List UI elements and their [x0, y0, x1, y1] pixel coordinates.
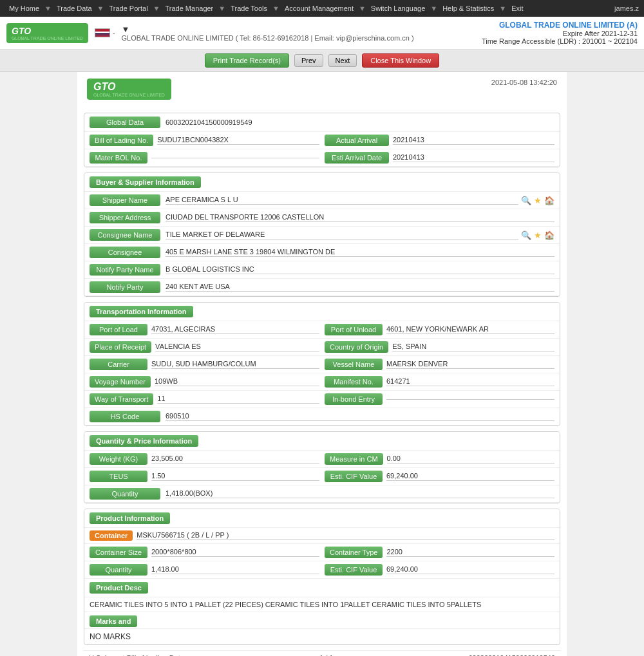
- teus-value: 1.50: [151, 472, 319, 481]
- buyer-supplier-section: Buyer & Supplier Information Shipper Nam…: [84, 173, 560, 297]
- weight-value: 23,505.00: [151, 455, 319, 464]
- bol-value: SUDU71BCN004382X: [157, 136, 319, 145]
- container-type-col: Container Type 2200: [325, 547, 554, 558]
- shipper-star-icon[interactable]: ★: [534, 196, 542, 205]
- flag-area: -: [95, 28, 115, 37]
- product-desc-section: CERAMIC TILES INTO 5 INTO 1 PALLET (22 P…: [84, 597, 560, 612]
- quantity-value: 1,418.00(BOX): [166, 489, 554, 498]
- vessel-col: Vessel Name MAERSK DENVER: [325, 359, 554, 370]
- product-qty-cif-row: Quantity 1,418.00 Esti. CIF Value 69,240…: [84, 561, 560, 579]
- transport-section: Transportation Information Port of Load …: [84, 302, 560, 426]
- notify-party-name-row: Notify Party Name B GLOBAL LOGISTICS INC: [84, 261, 560, 279]
- global-data-row: Global Data 6003202104150000919549: [84, 113, 560, 132]
- hs-code-row: HS Code 690510: [84, 408, 560, 426]
- shipper-search-icon[interactable]: 🔍: [521, 196, 531, 205]
- marks-label: Marks and: [90, 615, 137, 627]
- logo-sub: GLOBAL TRADE ONLINE LIMITED: [12, 36, 83, 41]
- teus-col: TEUS 1.50: [90, 471, 319, 482]
- user-info: james.z: [614, 5, 639, 12]
- consignee-search-icon[interactable]: 🔍: [521, 230, 531, 240]
- nav-switch-language[interactable]: Switch Language: [367, 3, 429, 14]
- shipper-home-icon[interactable]: 🏠: [544, 196, 554, 205]
- way-transport-label: Way of Transport: [90, 393, 153, 405]
- top-action-bar: Print Trade Record(s) Prev Next Close Th…: [0, 50, 644, 72]
- place-receipt-label: Place of Receipt: [90, 341, 151, 353]
- product-desc-header: Product Desc: [84, 579, 560, 597]
- next-button-top[interactable]: Next: [328, 54, 357, 67]
- place-receipt-col: Place of Receipt VALENCIA ES: [90, 341, 319, 353]
- measure-label: Measure in CM: [325, 453, 383, 465]
- container-size-type-row: Container Size 2000*806*800 Container Ty…: [84, 544, 560, 561]
- carrier-value: SUDU, SUD HAMBURG/COLUM: [151, 360, 319, 369]
- esti-arrival-value: 20210413: [393, 153, 554, 162]
- bol-row: Bill of Lading No. SUDU71BCN004382X Actu…: [84, 132, 560, 149]
- master-bol-row: Mater BOL No. Esti Arrival Date 20210413: [84, 149, 560, 167]
- dropdown-arrow[interactable]: ▼: [122, 24, 130, 34]
- nav-exit[interactable]: Exit: [507, 3, 527, 14]
- country-origin-col: Country of Origin ES, SPAIN: [325, 341, 554, 353]
- notify-party-name-label: Notify Party Name: [90, 264, 160, 276]
- bol-col: Bill of Lading No. SUDU71BCN004382X: [90, 135, 319, 146]
- container-size-col: Container Size 2000*806*800: [90, 547, 319, 558]
- product-section: Product Information Container MSKU756671…: [84, 509, 560, 645]
- weight-col: Weight (KG) 23,505.00: [90, 453, 319, 465]
- port-load-label: Port of Load: [90, 324, 147, 335]
- measure-col: Measure in CM 0.00: [325, 453, 554, 465]
- nav-trade-portal[interactable]: Trade Portal: [105, 3, 151, 14]
- product-desc-label: Product Desc: [90, 582, 148, 594]
- product-qty-col: Quantity 1,418.00: [90, 564, 319, 576]
- voyage-manifest-row: Voyage Number 109WB Manifest No. 614271: [84, 373, 560, 391]
- header-bar: GTO GLOBAL TRADE ONLINE LIMITED - ▼ GLOB…: [0, 17, 644, 50]
- nav-trade-manager[interactable]: Trade Manager: [161, 3, 217, 14]
- shipper-name-value: APE CERAMICA S L U: [166, 196, 518, 205]
- weight-measure-row: Weight (KG) 23,505.00 Measure in CM 0.00: [84, 451, 560, 468]
- consignee-home-icon[interactable]: 🏠: [544, 230, 554, 240]
- nav-my-home[interactable]: My Home: [5, 3, 43, 14]
- header-left: GTO GLOBAL TRADE ONLINE LIMITED - ▼ GLOB…: [6, 23, 414, 43]
- contact-info: GLOBAL TRADE ONLINE LIMITED ( Tel: 86-51…: [122, 34, 414, 42]
- weight-label: Weight (KG): [90, 453, 147, 465]
- voyage-col: Voyage Number 109WB: [90, 376, 319, 388]
- hs-code-value: 690510: [166, 412, 554, 421]
- consignee-name-row: Consignee Name TILE MARKET OF DELAWARE 🔍…: [84, 227, 560, 244]
- top-navigation: My Home ▼ Trade Data ▼ Trade Portal ▼ Tr…: [0, 0, 644, 17]
- print-button-top[interactable]: Print Trade Record(s): [205, 53, 289, 68]
- consignee-name-value: TILE MARKET OF DELAWARE: [166, 230, 518, 239]
- manifest-col: Manifest No. 614271: [325, 376, 554, 388]
- consignee-star-icon[interactable]: ★: [534, 230, 542, 240]
- header-right: GLOBAL TRADE ONLINE LIMITED (A) Expire A…: [482, 21, 638, 45]
- hs-code-label: HS Code: [90, 411, 160, 422]
- voyage-label: Voyage Number: [90, 376, 151, 388]
- prev-button-top[interactable]: Prev: [294, 54, 323, 67]
- consignee-name-field: TILE MARKET OF DELAWARE 🔍 ★ 🏠: [166, 230, 554, 240]
- product-title: Product Information: [90, 512, 170, 524]
- container-value: MSKU7566715 ( 2B / L / PP ): [137, 531, 554, 540]
- carrier-label: Carrier: [90, 359, 147, 370]
- transport-title: Transportation Information: [90, 306, 193, 317]
- doc-logo-text: GTO: [93, 81, 115, 92]
- shipper-address-row: Shipper Address CIUDAD DEL TRANSPORTE 12…: [84, 209, 560, 227]
- manifest-value: 614271: [386, 377, 554, 386]
- port-unload-value: 4601, NEW YORK/NEWARK AR: [386, 325, 554, 334]
- nav-help-statistics[interactable]: Help & Statistics: [439, 3, 498, 14]
- way-transport-col: Way of Transport 11: [90, 393, 319, 405]
- product-cif-col: Esti. CIF Value 69,240.00: [325, 564, 554, 576]
- notify-party-label: Notify Party: [90, 281, 160, 293]
- nav-account-management[interactable]: Account Management: [281, 3, 357, 14]
- master-bol-col: Mater BOL No.: [90, 152, 319, 164]
- actual-arrival-value: 20210413: [393, 136, 554, 145]
- consignee-label: Consignee: [90, 247, 160, 258]
- data-type-title: ▼: [122, 24, 414, 34]
- voyage-value: 109WB: [155, 377, 319, 386]
- shipper-name-row: Shipper Name APE CERAMICA S L U 🔍 ★ 🏠: [84, 192, 560, 209]
- consignee-row: Consignee 405 E MARSH LANE STE 3 19804 W…: [84, 244, 560, 261]
- nav-trade-data[interactable]: Trade Data: [53, 3, 96, 14]
- nav-trade-tools[interactable]: Trade Tools: [227, 3, 271, 14]
- product-desc-value: CERAMIC TILES INTO 5 INTO 1 PALLET (22 P…: [90, 601, 481, 608]
- close-button-top[interactable]: Close This Window: [362, 53, 439, 68]
- esti-cif-col: Esti. CIF Value 69,240.00: [325, 471, 554, 482]
- doc-footer: U.S. Import Bill of Lading Data 1 / 1 60…: [84, 650, 560, 656]
- product-header: Product Information: [84, 509, 560, 528]
- notify-party-row: Notify Party 240 KENT AVE USA: [84, 279, 560, 296]
- actual-arrival-col: Actual Arrival 20210413: [325, 135, 554, 146]
